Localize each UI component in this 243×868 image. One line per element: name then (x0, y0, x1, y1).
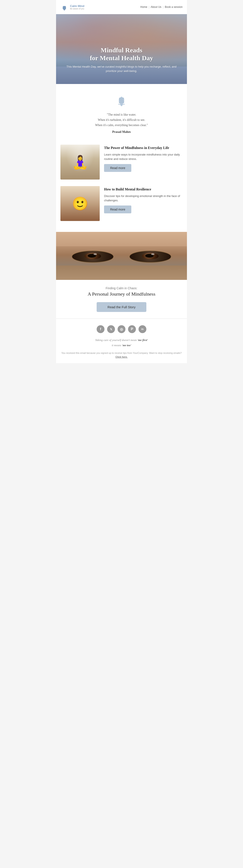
full-story-button[interactable]: Read the Full Story (97, 302, 146, 312)
nav-book[interactable]: Book a session (165, 5, 183, 8)
nose-region (56, 266, 187, 280)
quote-text: "The mind is like water. When it's turbu… (65, 112, 178, 128)
hero-title: Mindful Readsfor Mental Health Day (63, 46, 180, 62)
lotus-decoration (65, 93, 178, 108)
blog-card-1: The Power of Mindfulness in Everyday Lif… (60, 145, 183, 180)
nav-about[interactable]: About Us (151, 5, 161, 8)
hero-subtitle: This Mental Health Day, we've curated in… (63, 65, 180, 73)
pinterest-icon[interactable]: P (128, 325, 136, 333)
footer: f 𝕏 ◎ P in Taking care of yourself doesn… (56, 318, 187, 363)
blog-desc-1: Learn simple ways to incorporate mindful… (104, 153, 183, 161)
meditation-image (60, 145, 100, 180)
full-story-content: Finding Calm in Chaos: A Personal Journe… (56, 280, 187, 318)
logo-area: Calm Mind Be aware of you (60, 3, 84, 11)
right-catchlight (151, 253, 154, 255)
unsubscribe-link[interactable]: Click here. (115, 355, 128, 358)
hero-content: Mindful Readsfor Mental Health Day This … (56, 46, 187, 73)
nav-home[interactable]: Home (140, 5, 147, 8)
logo-tagline: Be aware of you (70, 8, 84, 10)
left-eye (72, 251, 114, 262)
resilience-image (60, 186, 100, 221)
facebook-icon[interactable]: f (97, 325, 104, 333)
blog-title-2: How to Build Mental Resilience (104, 187, 183, 192)
logo-name: Calm Mind (70, 4, 84, 8)
nav: Home | About Us | Book a session (140, 5, 183, 8)
nav-sep2: | (163, 5, 163, 8)
blog-title-1: The Power of Mindfulness in Everyday Lif… (104, 146, 183, 150)
social-icons: f 𝕏 ◎ P in (60, 325, 183, 333)
right-eye (129, 251, 171, 262)
eye-region (56, 246, 187, 268)
read-more-button-1[interactable]: Read more (104, 164, 131, 172)
blog-image-1 (60, 145, 100, 180)
blog-desc-2: Discover tips for developing emotional s… (104, 194, 183, 203)
blog-section: The Power of Mindfulness in Everyday Lif… (56, 140, 187, 232)
quote-author: Prasad Mahes (65, 130, 178, 134)
instagram-icon[interactable]: ◎ (118, 325, 125, 333)
blog-card-2: How to Build Mental Resilience Discover … (60, 186, 183, 221)
tagline: Taking care of yourself doesn't mean 'me… (60, 338, 183, 348)
full-story-image (56, 232, 187, 280)
full-story-section: Finding Calm in Chaos: A Personal Journe… (56, 232, 187, 318)
logo-icon (60, 3, 68, 11)
left-catchlight (94, 253, 97, 255)
linkedin-icon[interactable]: in (139, 325, 146, 333)
blog-content-1: The Power of Mindfulness in Everyday Lif… (104, 145, 183, 172)
quote-section: "The mind is like water. When it's turbu… (56, 84, 187, 140)
footer-disclaimer: You received this email because you sign… (60, 351, 183, 359)
blog-image-2 (60, 186, 100, 221)
eyes-background (56, 232, 187, 280)
header: Calm Mind Be aware of you Home | About U… (56, 0, 187, 14)
hero-section: Mindful Readsfor Mental Health Day This … (56, 14, 187, 84)
full-story-title: A Personal Journey of Mindfulness (65, 291, 178, 297)
logo-text: Calm Mind Be aware of you (70, 4, 84, 10)
blog-content-2: How to Build Mental Resilience Discover … (104, 186, 183, 213)
nav-sep1: | (149, 5, 149, 8)
read-more-button-2[interactable]: Read more (104, 206, 131, 213)
full-story-subtitle: Finding Calm in Chaos: (65, 286, 178, 290)
twitter-icon[interactable]: 𝕏 (107, 325, 115, 333)
email-wrapper: Calm Mind Be aware of you Home | About U… (56, 0, 187, 363)
